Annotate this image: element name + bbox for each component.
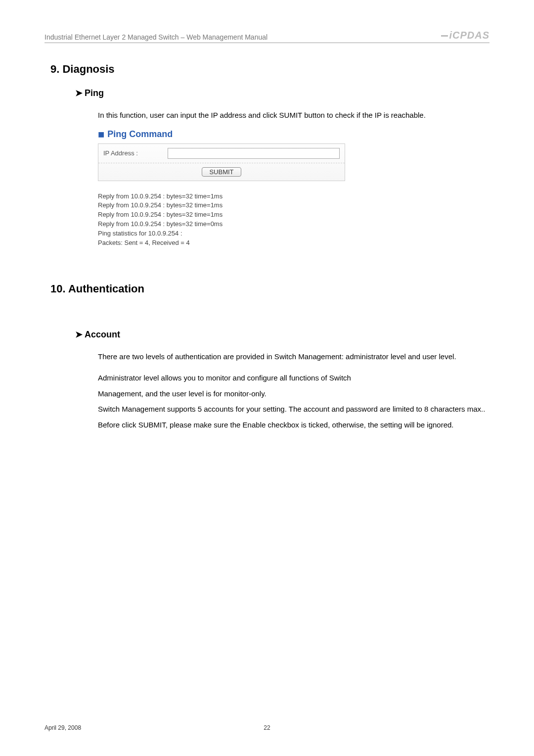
ip-address-input[interactable] xyxy=(168,148,340,159)
ip-address-row: IP Address : xyxy=(98,144,345,163)
arrow-icon: ➤ xyxy=(75,330,83,339)
ping-form: IP Address : SUBMIT xyxy=(98,143,345,181)
header-title: Industrial Ethernet Layer 2 Managed Swit… xyxy=(44,33,267,41)
ping-command-title-text: Ping Command xyxy=(107,129,173,139)
ping-description: In this function, user can input the IP … xyxy=(98,107,490,123)
ping-command-block: ■Ping Command IP Address : SUBMIT xyxy=(98,129,490,181)
section-9-heading: 9. Diagnosis xyxy=(50,63,490,76)
account-paragraph-4: Switch Management supports 5 accounts fo… xyxy=(98,401,490,432)
footer-page-number: 22 xyxy=(264,724,270,731)
ping-command-title: ■Ping Command xyxy=(98,129,490,140)
footer-date: April 29, 2008 xyxy=(44,724,81,731)
account-subheading-text: Account xyxy=(85,330,120,339)
brand-logo: iCPDAS xyxy=(441,30,490,41)
account-paragraph-3: Management, and the user level is for mo… xyxy=(98,386,490,402)
section-10-heading: 10. Authentication xyxy=(50,283,490,295)
page-header: Industrial Ethernet Layer 2 Managed Swit… xyxy=(44,30,490,43)
account-subheading: ➤Account xyxy=(75,329,490,340)
page-footer: April 29, 2008 22 xyxy=(44,724,490,731)
submit-button[interactable]: SUBMIT xyxy=(202,167,241,177)
account-paragraph-2: Administrator level allows you to monito… xyxy=(98,370,490,386)
arrow-icon: ➤ xyxy=(75,88,83,98)
ping-subheading-text: Ping xyxy=(85,88,104,98)
ping-subheading: ➤Ping xyxy=(75,88,490,98)
bullet-icon: ■ xyxy=(98,128,104,141)
submit-row: SUBMIT xyxy=(98,163,345,181)
ping-output: Reply from 10.0.9.254 : bytes=32 time=1m… xyxy=(98,192,490,248)
account-paragraph-1: There are two levels of authentication a… xyxy=(98,349,490,365)
ip-address-label: IP Address : xyxy=(103,149,168,157)
